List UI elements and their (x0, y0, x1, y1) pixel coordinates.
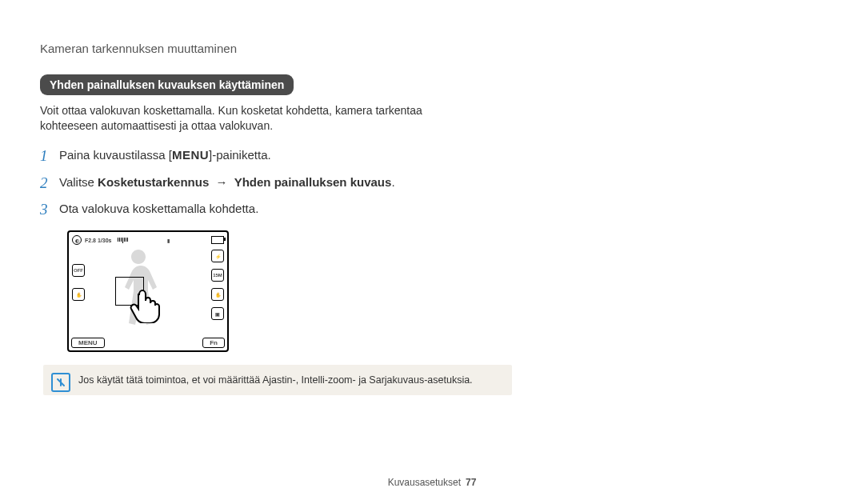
step-list: 1 Paina kuvaustilassa [MENU]-painiketta.… (40, 146, 456, 219)
note-text: Jos käytät tätä toimintoa, et voi määrit… (78, 374, 473, 386)
battery-icon (211, 236, 224, 244)
arrow-icon: → (215, 175, 227, 189)
menu-softkey: MENU (71, 338, 105, 348)
note-box: Jos käytät tätä toimintoa, et voi määrit… (43, 365, 512, 395)
exposure-readout: F2.8 1/30s (85, 238, 111, 243)
step-number: 2 (40, 174, 59, 193)
step-3: 3 Ota valokuva koskettamalla kohdetta. (40, 200, 456, 219)
section-heading-pill: Yhden painalluksen kuvauksen käyttäminen (40, 74, 294, 95)
footer-section: Kuvausasetukset (388, 477, 461, 488)
step-bold-2: Yhden painalluksen kuvaus (234, 175, 392, 189)
step-2: 2 Valitse Kosketustarkennus → Yhden pain… (40, 174, 456, 193)
section-intro: Voit ottaa valokuvan koskettamalla. Kun … (40, 103, 456, 134)
metering-icon: ▣ (211, 307, 224, 320)
step-text: Ota valokuva koskettamalla kohdetta. (59, 200, 258, 217)
lcd-softkeys: MENU Fn (71, 338, 225, 348)
touch-hand-icon (128, 285, 163, 323)
note-icon (51, 373, 70, 392)
step-text-pre: Valitse (59, 175, 98, 189)
menu-label-inline: MENU (172, 148, 209, 162)
fn-softkey: Fn (202, 338, 225, 348)
stabilizer-icon: ✋ (211, 288, 224, 301)
image-size-icon: 15M (211, 269, 224, 282)
lcd-top-row: ◐ F2.8 1/30s ▮ (72, 235, 224, 245)
step-text: Valitse Kosketustarkennus → Yhden painal… (59, 174, 395, 190)
flash-icon: ⚡ (211, 250, 224, 262)
lcd-right-icons: ⚡ 15M ✋ ▣ (211, 250, 224, 320)
camera-lcd-figure: ◐ F2.8 1/30s ▮ OFF ✋ ⚡ 15M ✋ ▣ (67, 230, 229, 352)
quality-off-icon: OFF (72, 264, 85, 277)
mode-icon: ◐ (72, 235, 82, 245)
step-text: Paina kuvaustilassa [MENU]-painiketta. (59, 146, 271, 163)
page-title: Kameran tarkennuksen muuttaminen (40, 42, 456, 55)
footer-page-number: 77 (466, 477, 476, 488)
step-text-post: ]-painiketta. (209, 148, 271, 162)
step-number: 3 (40, 200, 59, 219)
lcd-left-icons: OFF ✋ (72, 264, 85, 301)
page-footer: Kuvausasetukset77 (0, 477, 864, 488)
step-bold-1: Kosketustarkennus (98, 175, 209, 189)
exposure-scale-icon (118, 238, 128, 243)
step-text-post: . (391, 175, 394, 189)
step-text-pre: Paina kuvaustilassa [ (59, 148, 172, 162)
step-1: 1 Paina kuvaustilassa [MENU]-painiketta. (40, 146, 456, 166)
sd-card-icon: ▮ (167, 238, 170, 243)
step-number: 1 (40, 146, 59, 166)
lcd-frame: ◐ F2.8 1/30s ▮ OFF ✋ ⚡ 15M ✋ ▣ (67, 230, 229, 352)
touch-shot-icon: ✋ (72, 288, 85, 301)
